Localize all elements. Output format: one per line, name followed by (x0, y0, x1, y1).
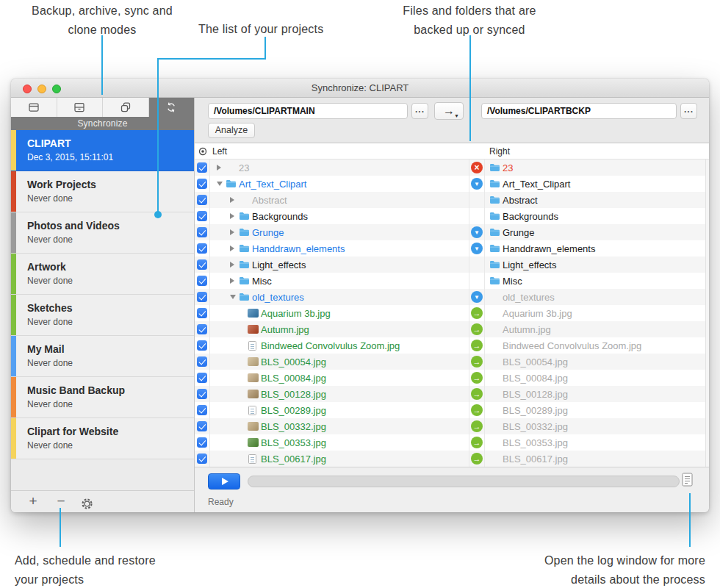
disclosure-triangle-icon[interactable] (217, 182, 226, 186)
file-row[interactable]: BLS_00332.jpg→BLS_00332.jpg (195, 418, 709, 434)
status-copy-icon: → (471, 388, 483, 400)
left-item: BLS_00084.jpg (209, 370, 469, 386)
checkbox[interactable] (197, 227, 207, 237)
file-row[interactable]: BLS_00128.jpg→BLS_00128.jpg (195, 386, 709, 402)
status-update-icon: ▼ (471, 178, 483, 190)
disclosure-triangle-icon[interactable] (230, 213, 239, 219)
mode-tab-backup[interactable] (11, 98, 57, 117)
left-item-name: Grunge (252, 227, 284, 238)
file-row[interactable]: BLS_00289.jpg→BLS_00289.jpg (195, 402, 709, 418)
checkbox[interactable] (197, 340, 207, 351)
left-item: Misc (209, 273, 469, 289)
checkbox[interactable] (197, 162, 207, 173)
checkbox[interactable] (197, 405, 207, 415)
dest-path-field[interactable]: /Volumes/CLIPARTBCKP (481, 103, 677, 119)
checkbox[interactable] (197, 421, 207, 431)
add-project-button[interactable]: + (24, 491, 42, 512)
file-row[interactable]: Art_Text_Clipart▼Art_Text_Clipart (195, 176, 709, 192)
folder-icon-slot (239, 260, 252, 269)
checkbox[interactable] (197, 308, 207, 318)
checkbox[interactable] (197, 437, 207, 448)
bottom-bar: Ready (195, 467, 709, 512)
checkbox[interactable] (197, 324, 207, 334)
project-row[interactable]: ArtworkNever done (11, 254, 194, 295)
file-row[interactable]: old_textures▼old_textures (195, 289, 709, 305)
document-icon (248, 406, 256, 415)
disclosure-triangle-icon[interactable] (230, 197, 239, 203)
column-left-label[interactable]: Left (212, 143, 227, 159)
project-row[interactable]: Work ProjectsNever done (11, 171, 194, 212)
file-row[interactable]: BLS_00617.jpg→BLS_00617.jpg (195, 451, 709, 467)
mode-tab-archive[interactable] (57, 98, 104, 117)
left-item-name: Light_effects (252, 259, 306, 270)
direction-button[interactable]: → ▼ (434, 102, 464, 120)
disclosure-triangle-icon[interactable] (217, 165, 226, 171)
left-item-name: Art_Text_Clipart (239, 179, 306, 190)
right-item-name: BLS_00084.jpg (503, 373, 568, 384)
disclosure-triangle-icon[interactable] (230, 245, 239, 251)
checkbox[interactable] (197, 243, 207, 254)
checkbox[interactable] (197, 211, 207, 221)
project-row[interactable]: SketchesNever done (11, 295, 194, 336)
checkbox[interactable] (197, 453, 207, 464)
source-browse-button[interactable]: ... (411, 103, 428, 119)
project-name: Work Projects (27, 179, 96, 190)
disclosure-triangle-icon[interactable] (230, 295, 239, 299)
file-row[interactable]: Handdrawn_elements▼Handdrawn_elements (195, 240, 709, 257)
file-row[interactable]: MiscMisc (195, 273, 709, 289)
disclosure-triangle-icon[interactable] (230, 262, 239, 268)
mode-tab-synchronize[interactable] (149, 98, 195, 117)
right-item-name: Bindweed Convolvulus Zoom.jpg (503, 340, 641, 351)
disclosure-triangle-icon[interactable] (230, 278, 239, 284)
checkbox[interactable] (197, 356, 207, 367)
file-row[interactable]: Aquarium 3b.jpg→Aquarium 3b.jpg (195, 305, 709, 321)
leader-line-log (689, 493, 691, 547)
project-name: Music Band Backup (27, 384, 125, 396)
checkbox[interactable] (197, 276, 207, 286)
log-button[interactable] (682, 473, 696, 490)
checkbox[interactable] (197, 389, 207, 399)
project-row[interactable]: Music Band BackupNever done (11, 377, 194, 418)
checkbox[interactable] (197, 179, 207, 189)
right-item: Backgrounds (485, 208, 705, 224)
checkbox[interactable] (197, 259, 207, 270)
mode-tab-clone[interactable] (103, 98, 149, 117)
titlebar[interactable]: Synchronize: CLIPART (11, 79, 709, 98)
checkbox[interactable] (197, 292, 207, 302)
file-row[interactable]: BLS_00054.jpg→BLS_00054.jpg (195, 354, 709, 370)
status-copy-icon: → (471, 307, 483, 319)
file-row[interactable]: Light_effectsLight_effects (195, 257, 709, 273)
scrollbar-track[interactable] (705, 159, 709, 467)
right-item: BLS_00617.jpg (485, 451, 705, 467)
start-button[interactable] (208, 473, 240, 490)
disclosure-triangle-icon[interactable] (230, 229, 239, 235)
image-thumbnail-icon (248, 325, 259, 334)
checkbox[interactable] (197, 373, 207, 383)
project-row[interactable]: Clipart for WebsiteNever done (11, 418, 194, 459)
file-row[interactable]: 23×23 (195, 159, 709, 176)
project-row[interactable]: Photos and VideosNever done (11, 212, 194, 254)
project-row[interactable]: CLIPARTDec 3, 2015, 15:11:01 (11, 130, 194, 171)
file-row[interactable]: BackgroundsBackgrounds (195, 208, 709, 224)
folder-icon (239, 276, 250, 285)
settings-button[interactable] (78, 491, 96, 512)
right-item: Autumn.jpg (485, 321, 705, 337)
file-row[interactable]: BLS_00084.jpg→BLS_00084.jpg (195, 370, 709, 386)
column-right-label[interactable]: Right (489, 143, 510, 159)
file-row[interactable]: Autumn.jpg→Autumn.jpg (195, 321, 709, 337)
right-item: BLS_00054.jpg (485, 354, 705, 370)
left-item: BLS_00128.jpg (209, 386, 469, 402)
clone-icon (119, 101, 132, 114)
file-row[interactable]: BLS_00353.jpg→BLS_00353.jpg (195, 434, 709, 451)
archive-box-icon (73, 101, 86, 114)
analyze-button[interactable]: Analyze (208, 123, 255, 138)
source-path-field[interactable]: /Volumes/CLIPARTMAIN (208, 103, 408, 119)
dest-browse-button[interactable]: ... (680, 103, 697, 119)
remove-project-button[interactable]: − (52, 491, 70, 512)
file-row[interactable]: Grunge▼Grunge (195, 224, 709, 240)
file-row[interactable]: AbstractAbstract (195, 192, 709, 208)
project-row[interactable]: My MailNever done (11, 336, 194, 377)
file-row[interactable]: Bindweed Convolvulus Zoom.jpg→Bindweed C… (195, 337, 709, 354)
doc-icon-slot (248, 406, 261, 415)
checkbox[interactable] (197, 195, 207, 205)
